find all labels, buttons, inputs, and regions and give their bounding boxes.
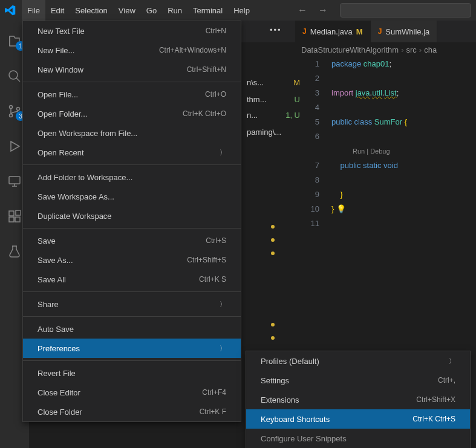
svg-point-0 xyxy=(9,71,18,79)
menu-close-editor[interactable]: Close EditorCtrl+F4 xyxy=(23,383,241,402)
modified-indicator: M xyxy=(356,27,363,36)
menu-save[interactable]: SaveCtrl+S xyxy=(23,231,241,250)
menu-user-snippets[interactable]: Configure User Snippets xyxy=(246,429,470,448)
menu-add-folder[interactable]: Add Folder to Workspace... xyxy=(23,167,241,187)
menu-separator xyxy=(23,82,241,82)
menu-profiles[interactable]: Profiles (Default)〉 xyxy=(246,351,470,371)
open-editor-name: thm... xyxy=(247,95,267,104)
open-editor-name: n... xyxy=(247,111,258,120)
preferences-submenu: Profiles (Default)〉 SettingsCtrl+, Exten… xyxy=(246,351,471,448)
breadcrumb-part: DataStructureWithAlgorithm xyxy=(301,45,399,54)
titlebar-nav: ← → xyxy=(298,5,328,16)
menu-open-folder[interactable]: Open Folder...Ctrl+K Ctrl+O xyxy=(23,104,241,123)
menubar: File Edit Selection View Go Run Terminal… xyxy=(22,0,255,21)
lightbulb-icon[interactable]: 💡 xyxy=(336,204,346,213)
menu-keyboard-shortcuts[interactable]: Keyboard ShortcutsCtrl+K Ctrl+S xyxy=(246,409,470,429)
java-icon: J xyxy=(378,27,382,36)
codelens[interactable]: Run | Debug xyxy=(331,144,476,158)
menu-view[interactable]: View xyxy=(113,0,141,21)
titlebar: File Edit Selection View Go Run Terminal… xyxy=(0,0,476,21)
svg-rect-5 xyxy=(9,211,14,216)
open-editor-item-1[interactable]: thm... U xyxy=(247,92,305,106)
menu-revert-file[interactable]: Revert File xyxy=(23,363,241,383)
menu-open-file[interactable]: Open File...Ctrl+O xyxy=(23,85,241,104)
open-editor-item-0[interactable]: n\s... M xyxy=(247,75,305,89)
nav-forward-icon[interactable]: → xyxy=(318,5,328,16)
chevron-right-icon: › xyxy=(401,45,403,54)
chevron-right-icon: 〉 xyxy=(449,357,455,366)
menu-separator xyxy=(23,228,241,229)
menu-separator xyxy=(23,164,241,165)
open-editor-name: n\s... xyxy=(247,78,264,87)
open-editor-status: 1, U xyxy=(285,111,300,120)
menu-save-as[interactable]: Save As...Ctrl+Shift+S xyxy=(23,250,241,270)
vscode-logo-icon xyxy=(5,5,16,16)
svg-rect-7 xyxy=(15,217,20,222)
svg-rect-4 xyxy=(9,177,20,184)
menu-save-workspace-as[interactable]: Save Workspace As... xyxy=(23,187,241,206)
svg-rect-6 xyxy=(9,217,14,222)
menu-extensions[interactable]: ExtensionsCtrl+Shift+X xyxy=(246,390,470,409)
open-editor-status: M xyxy=(293,78,300,87)
menu-new-text-file[interactable]: New Text FileCtrl+N xyxy=(23,21,241,41)
chevron-right-icon: › xyxy=(419,45,422,54)
menu-help[interactable]: Help xyxy=(228,0,255,21)
command-center[interactable] xyxy=(340,3,471,18)
open-editor-name: paming\... xyxy=(247,128,281,137)
more-actions-icon[interactable]: ••• xyxy=(270,25,282,34)
svg-point-3 xyxy=(17,108,20,111)
menu-go[interactable]: Go xyxy=(141,0,162,21)
menu-run[interactable]: Run xyxy=(162,0,187,21)
svg-point-1 xyxy=(10,106,13,109)
file-menu-dropdown: New Text FileCtrl+N New File...Ctrl+Alt+… xyxy=(22,21,241,422)
menu-file[interactable]: File xyxy=(22,0,45,21)
breadcrumb-part: src xyxy=(406,45,416,54)
menu-new-window[interactable]: New WindowCtrl+Shift+N xyxy=(23,60,241,79)
open-editor-status: U xyxy=(295,95,300,104)
chevron-right-icon: 〉 xyxy=(220,148,226,157)
tab-median[interactable]: J Median.java M xyxy=(295,21,371,42)
menu-separator xyxy=(23,360,241,361)
open-editor-item-3[interactable]: paming\... xyxy=(247,125,305,139)
menu-edit[interactable]: Edit xyxy=(45,0,70,21)
svg-rect-8 xyxy=(16,210,21,215)
menu-preferences[interactable]: Preferences〉 xyxy=(23,339,241,358)
menu-close-folder[interactable]: Close FolderCtrl+K F xyxy=(23,402,241,421)
menu-save-all[interactable]: Save AllCtrl+K S xyxy=(23,270,241,289)
menu-selection[interactable]: Selection xyxy=(70,0,112,21)
chevron-right-icon: 〉 xyxy=(220,344,226,353)
chevron-right-icon: 〉 xyxy=(220,300,226,309)
menu-separator xyxy=(23,291,241,292)
tab-label: Median.java xyxy=(310,27,353,36)
menu-new-file[interactable]: New File...Ctrl+Alt+Windows+N xyxy=(23,41,241,60)
menu-terminal[interactable]: Terminal xyxy=(187,0,228,21)
breadcrumb-part: cha xyxy=(424,45,437,54)
menu-share[interactable]: Share〉 xyxy=(23,294,241,314)
minimap-markers xyxy=(271,225,275,255)
nav-back-icon[interactable]: ← xyxy=(298,5,307,16)
tab-label: SumWhile.ja xyxy=(385,27,429,36)
menu-separator xyxy=(23,316,241,317)
menu-auto-save[interactable]: Auto Save xyxy=(23,319,241,339)
menu-open-workspace[interactable]: Open Workspace from File... xyxy=(23,123,241,143)
tab-sumwhile[interactable]: J SumWhile.ja xyxy=(371,21,438,42)
menu-open-recent[interactable]: Open Recent〉 xyxy=(23,143,241,162)
svg-point-2 xyxy=(10,114,13,117)
java-icon: J xyxy=(302,27,307,36)
open-editor-item-2[interactable]: n... 1, U xyxy=(247,108,305,122)
menu-duplicate-workspace[interactable]: Duplicate Workspace xyxy=(23,206,241,226)
menu-settings[interactable]: SettingsCtrl+, xyxy=(246,371,470,390)
minimap-markers xyxy=(271,323,275,340)
